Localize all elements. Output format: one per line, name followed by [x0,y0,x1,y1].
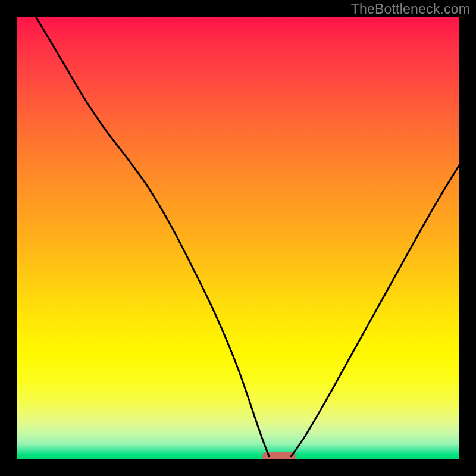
left-curve-path [36,17,269,456]
curves-svg [17,17,459,459]
right-curve-path [291,165,459,456]
chart-frame: TheBottleneck.com [0,0,476,476]
plot-area [17,17,459,459]
watermark-text: TheBottleneck.com [351,1,470,17]
